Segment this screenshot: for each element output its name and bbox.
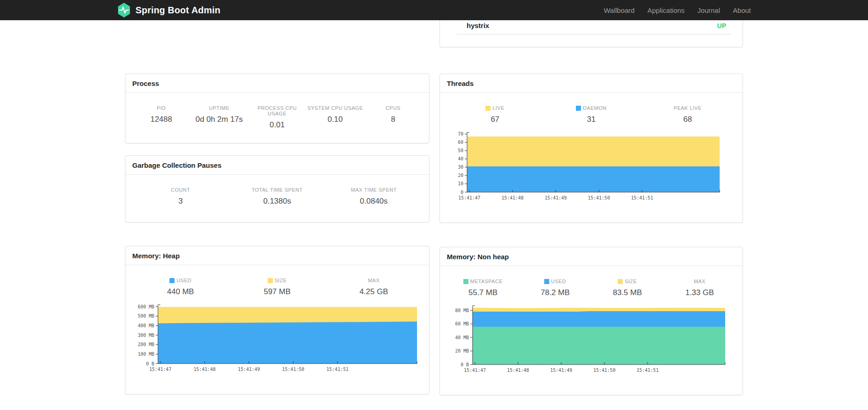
brand[interactable]: Spring Boot Admin [117, 3, 220, 17]
svg-text:500 MB: 500 MB [138, 313, 154, 319]
status-badge: UP [717, 22, 726, 29]
svg-text:70: 70 [458, 131, 463, 137]
panel-process: Process PID 12488 UPTIME 0d 0h 2m 17s PR… [125, 74, 429, 143]
svg-text:0 B: 0 B [461, 362, 469, 367]
svg-text:20 MB: 20 MB [455, 348, 469, 353]
nav-item-wallboard[interactable]: Wallboard [597, 6, 641, 14]
memory-heap-chart: 0 B100 MB200 MB300 MB400 MB500 MB600 MB1… [132, 301, 422, 377]
svg-text:15:41:51: 15:41:51 [327, 367, 349, 372]
navbar: Spring Boot Admin Wallboard Applications… [0, 0, 868, 20]
svg-text:300 MB: 300 MB [138, 333, 154, 338]
nonheap-panel-title: Memory: Non heap [440, 247, 743, 266]
svg-text:10: 10 [458, 181, 463, 186]
svg-text:50: 50 [458, 148, 463, 153]
panel-memory-nonheap: Memory: Non heap METASPACE 55.7 MB USED [440, 247, 743, 395]
nav-item-applications[interactable]: Applications [641, 6, 691, 14]
health-item-name: hystrix [467, 22, 489, 29]
nav-item-about[interactable]: About [727, 6, 751, 14]
stat-uptime: UPTIME 0d 0h 2m 17s [190, 105, 248, 130]
process-panel-title: Process [125, 74, 429, 93]
svg-text:15:41:47: 15:41:47 [464, 368, 486, 373]
stat-threads-live: LIVE 67 [447, 105, 543, 124]
brand-title: Spring Boot Admin [135, 5, 220, 16]
panel-health-stub: hystrix UP [440, 20, 743, 47]
gc-stats: COUNT 3 TOTAL TIME SPENT 0.1380s MAX TIM… [132, 187, 422, 206]
svg-text:600 MB: 600 MB [138, 304, 154, 309]
svg-text:0: 0 [461, 190, 463, 195]
nonheap-stats: METASPACE 55.7 MB USED 78.2 MB [447, 279, 736, 297]
stat-cpus: CPUS 8 [364, 105, 422, 130]
stat-nonheap-size: SIZE 83.5 MB [592, 279, 664, 297]
gc-panel-title: Garbage Collection Pauses [125, 156, 429, 175]
svg-text:80 MB: 80 MB [455, 308, 469, 313]
svg-text:15:41:51: 15:41:51 [637, 368, 659, 373]
svg-text:15:41:47: 15:41:47 [458, 195, 480, 200]
stat-pid: PID 12488 [132, 105, 190, 130]
heap-panel-title: Memory: Heap [125, 246, 429, 265]
threads-stats: LIVE 67 DAEMON 31 PEAK LIVE 68 [447, 105, 736, 124]
svg-text:15:41:50: 15:41:50 [588, 195, 610, 200]
stat-heap-used: USED 440 MB [132, 278, 229, 296]
stat-threads-daemon: DAEMON 31 [543, 105, 640, 124]
divider [457, 34, 731, 34]
stat-heap-max: MAX 4.25 GB [326, 278, 422, 296]
svg-text:15:41:47: 15:41:47 [149, 367, 171, 372]
svg-text:15:41:51: 15:41:51 [631, 195, 653, 200]
svg-text:15:41:49: 15:41:49 [550, 368, 572, 373]
svg-text:0 B: 0 B [146, 361, 154, 366]
svg-text:30: 30 [458, 165, 463, 170]
svg-text:15:41:48: 15:41:48 [507, 368, 529, 373]
svg-text:100 MB: 100 MB [138, 352, 154, 357]
stat-nonheap-metaspace: METASPACE 55.7 MB [447, 279, 519, 297]
heap-stats: USED 440 MB SIZE 597 MB MAX 4.25 GB [132, 278, 422, 296]
stat-process-cpu-usage: PROCESS CPU USAGE 0.01 [248, 105, 306, 130]
svg-text:15:41:48: 15:41:48 [502, 195, 524, 200]
panel-memory-heap: Memory: Heap USED 440 MB SIZE [125, 246, 429, 394]
heap-size-legend-swatch-icon [268, 278, 273, 283]
heap-used-legend-swatch-icon [169, 278, 175, 283]
stat-heap-size: SIZE 597 MB [229, 278, 325, 296]
nonheap-used-legend-swatch-icon [544, 279, 549, 284]
live-legend-swatch-icon [485, 106, 490, 111]
memory-nonheap-chart: 0 B20 MB40 MB60 MB80 MB15:41:4715:41:481… [447, 302, 736, 378]
svg-text:15:41:49: 15:41:49 [238, 367, 260, 372]
threads-panel-title: Threads [440, 74, 743, 93]
nonheap-size-legend-swatch-icon [618, 279, 623, 284]
svg-text:40: 40 [458, 156, 463, 161]
svg-text:15:41:49: 15:41:49 [545, 195, 567, 200]
svg-text:20: 20 [458, 173, 463, 178]
svg-text:15:41:50: 15:41:50 [593, 368, 615, 373]
metaspace-legend-swatch-icon [463, 279, 468, 284]
svg-text:15:41:50: 15:41:50 [282, 367, 304, 372]
svg-text:15:41:48: 15:41:48 [193, 367, 215, 372]
stat-gc-max-time: MAX TIME SPENT 0.0840s [326, 187, 422, 206]
stat-gc-count: COUNT 3 [132, 187, 229, 206]
svg-text:40 MB: 40 MB [455, 335, 469, 340]
svg-text:200 MB: 200 MB [138, 342, 154, 347]
panel-threads: Threads LIVE 67 DAEMON [440, 74, 743, 223]
process-stats: PID 12488 UPTIME 0d 0h 2m 17s PROCESS CP… [132, 105, 422, 130]
stat-threads-peak-live: PEAK LIVE 68 [639, 105, 736, 124]
svg-text:60: 60 [458, 140, 463, 145]
health-row-hystrix: hystrix UP [440, 20, 743, 29]
spring-boot-admin-logo-icon [117, 3, 131, 17]
nav-links: Wallboard Applications Journal About [597, 6, 751, 14]
stat-nonheap-used: USED 78.2 MB [519, 279, 591, 297]
threads-chart: 01020304050607015:41:4715:41:4815:41:491… [447, 129, 736, 206]
stat-gc-total-time: TOTAL TIME SPENT 0.1380s [229, 187, 325, 206]
svg-text:400 MB: 400 MB [138, 323, 154, 328]
left-column: Process PID 12488 UPTIME 0d 0h 2m 17s PR… [125, 20, 429, 394]
stat-system-cpu-usage: SYSTEM CPU USAGE 0.10 [306, 105, 364, 130]
content: Process PID 12488 UPTIME 0d 0h 2m 17s PR… [125, 20, 743, 395]
daemon-legend-swatch-icon [576, 106, 581, 111]
panel-garbage-collection: Garbage Collection Pauses COUNT 3 TOTAL … [125, 155, 429, 222]
stat-nonheap-max: MAX 1.33 GB [664, 279, 736, 297]
nav-item-journal[interactable]: Journal [691, 6, 727, 14]
svg-text:60 MB: 60 MB [455, 321, 469, 326]
right-column: hystrix UP Threads LIVE 67 [440, 20, 743, 395]
